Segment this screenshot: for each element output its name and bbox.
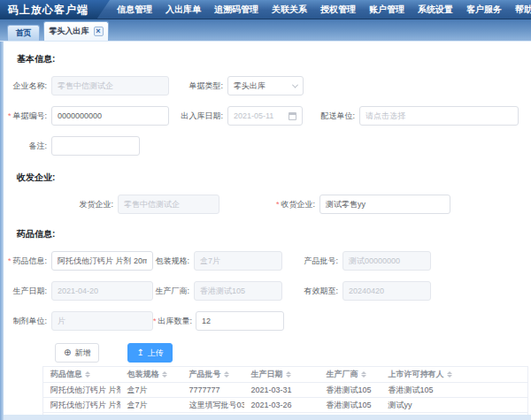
- header-pack-spec[interactable]: 包装规格: [120, 367, 182, 383]
- add-button[interactable]: ⊕ 新增: [55, 343, 99, 363]
- sort-icon: [224, 371, 229, 378]
- table-cell: 香港测试105: [319, 413, 381, 416]
- table-cell: 香港测试105: [381, 413, 528, 416]
- upload-button[interactable]: ↥ 上传: [127, 343, 172, 363]
- nav-item-customer-service[interactable]: 客户服务: [466, 0, 502, 19]
- remark-input[interactable]: [51, 136, 140, 156]
- batch-no-input: [342, 251, 431, 271]
- table-cell: 测试00000000: [182, 413, 244, 416]
- inout-date-picker[interactable]: 2021-05-11: [227, 106, 303, 126]
- header-drug-info[interactable]: 药品信息: [43, 367, 120, 383]
- table-cell: 阿托伐他汀钙片 片剂 20mg: [43, 398, 120, 413]
- table-cell: 2021-04-20: [244, 413, 319, 416]
- upload-icon: ↥: [136, 348, 143, 357]
- table-cell: 盒7片: [120, 383, 182, 398]
- header-prod-date[interactable]: 生产日期: [244, 367, 319, 383]
- sort-icon: [286, 371, 291, 378]
- nav-item-auth-mgmt[interactable]: 授权管理: [320, 0, 356, 19]
- section-title-basic: 基本信息:: [4, 42, 531, 65]
- prod-date-input: [51, 281, 153, 301]
- header-manufacturer[interactable]: 生产厂商: [319, 367, 381, 383]
- table-cell: 这里填写批号0326001: [182, 398, 244, 413]
- table-row[interactable]: 阿托伐他汀钙片 片剂 20mg 盒7片 这里填写批号0326001 2021-0…: [43, 398, 528, 413]
- table-header-row: 药品信息 包装规格 产品批号 生产日期 生产厂商 上市许可持有人: [43, 367, 528, 383]
- form-row: 备注:: [4, 136, 531, 156]
- table-cell: 香港测试105: [381, 383, 528, 398]
- header-license-holder[interactable]: 上市许可持有人: [381, 367, 528, 383]
- table-cell: 阿托伐他汀钙片 片剂 20mg: [43, 383, 120, 398]
- out-qty-input[interactable]: [196, 311, 284, 331]
- nav-item-relations[interactable]: 关联关系: [272, 0, 307, 19]
- receiver-label: *收货企业:: [270, 195, 319, 214]
- tab-home[interactable]: 首页: [7, 25, 40, 41]
- tab-fractional-inout[interactable]: 零头入出库 ×: [43, 21, 109, 41]
- chevron-down-icon: [292, 81, 298, 88]
- sender-input: [118, 195, 219, 214]
- sort-icon: [447, 371, 452, 378]
- expiry-input: [342, 281, 431, 301]
- tab-label: 零头入出库: [50, 26, 89, 37]
- sender-label: 发货企业:: [70, 195, 118, 214]
- table-cell: 7777777: [182, 383, 244, 398]
- sort-icon: [361, 371, 366, 378]
- expiry-label: 有效期至:: [302, 281, 342, 301]
- form-row: 生产日期: 生产厂商: 有效期至:: [4, 281, 531, 301]
- manufacturer-label: 生产厂商:: [153, 281, 194, 301]
- table-cell: 测试yy: [381, 398, 528, 413]
- delivery-unit-label: 配送单位:: [303, 106, 359, 126]
- pack-spec-label: 包装规格:: [153, 251, 194, 271]
- doc-type-label: 单据类型:: [176, 76, 227, 95]
- table-row[interactable]: 阿托伐他汀钙片 片剂 20mg 盒7片 7777777 2021-03-31 香…: [43, 383, 528, 398]
- table-cell: 阿托伐他汀钙片 片剂 20mg: [43, 413, 120, 416]
- nav-item-trace-code-mgmt[interactable]: 追溯码管理: [214, 0, 258, 19]
- delivery-unit-input[interactable]: [359, 106, 519, 126]
- drug-info-input[interactable]: [51, 251, 153, 271]
- table-cell: 盒7片: [120, 413, 182, 416]
- sort-icon: [162, 371, 167, 378]
- company-name-input: [51, 76, 169, 95]
- nav-menu: 信息管理 入出库单 追溯码管理 关联关系 授权管理 账户管理 系统设置 客户服务…: [117, 0, 531, 19]
- app-window: 码上放心客户端 信息管理 入出库单 追溯码管理 关联关系 授权管理 账户管理 系…: [0, 0, 531, 420]
- section-title-drug: 药品信息:: [4, 214, 531, 241]
- tab-bar: 首页 零头入出库 ×: [0, 19, 531, 41]
- company-name-label: 企业名称:: [4, 76, 51, 95]
- section-title-partners: 收发企业:: [4, 156, 531, 184]
- table-cell: 盒7片: [120, 398, 182, 413]
- nav-item-help-center[interactable]: 帮助中心: [515, 0, 531, 19]
- receiver-input[interactable]: [319, 195, 450, 214]
- out-qty-label: *出库数量:: [153, 311, 196, 331]
- top-navbar: 码上放心客户端 信息管理 入出库单 追溯码管理 关联关系 授权管理 账户管理 系…: [0, 0, 531, 19]
- prod-date-label: 生产日期:: [4, 281, 51, 301]
- form-row: *药品信息: 包装规格: 产品批号:: [4, 251, 531, 271]
- dose-unit-label: 制剂单位:: [4, 311, 51, 331]
- drug-table: 药品信息 包装规格 产品批号 生产日期 生产厂商 上市许可持有人 阿托伐他汀钙片…: [42, 366, 528, 415]
- brand-logo: 码上放心客户端: [0, 0, 110, 19]
- action-buttons: ⊕ 新增 ↥ 上传: [55, 343, 531, 363]
- nav-item-info-mgmt[interactable]: 信息管理: [117, 0, 152, 19]
- required-mark: *: [8, 111, 12, 120]
- drug-info-label: *药品信息:: [4, 251, 51, 271]
- nav-item-inout-orders[interactable]: 入出库单: [165, 0, 201, 19]
- dose-unit-input: [51, 311, 153, 331]
- table-cell: 香港测试105: [319, 398, 381, 413]
- required-mark: *: [8, 256, 12, 265]
- plus-circle-icon: ⊕: [64, 348, 71, 357]
- table-cell: 2021-03-31: [244, 383, 319, 398]
- header-batch-no[interactable]: 产品批号: [182, 367, 244, 383]
- table-cell: 2021-03-26: [244, 398, 319, 413]
- sort-icon: [85, 371, 90, 378]
- form-row: 企业名称: 单据类型: 零头出库: [4, 76, 531, 95]
- nav-item-account-mgmt[interactable]: 账户管理: [369, 0, 404, 19]
- close-icon[interactable]: ×: [94, 27, 104, 36]
- calendar-icon: [289, 112, 296, 120]
- batch-no-label: 产品批号:: [302, 251, 342, 271]
- doc-type-value: 零头出库: [234, 77, 266, 95]
- inout-date-label: 出入库日期:: [176, 106, 227, 126]
- table-row[interactable]: 阿托伐他汀钙片 片剂 20mg 盒7片 测试00000000 2021-04-2…: [43, 413, 528, 416]
- doc-type-select[interactable]: 零头出库: [227, 76, 304, 95]
- doc-no-input[interactable]: [51, 106, 169, 126]
- nav-item-system-settings[interactable]: 系统设置: [418, 0, 453, 19]
- remark-label: 备注:: [4, 136, 51, 156]
- form-panel: 基本信息: 企业名称: 单据类型: 零头出库 *单据编号: 出入库日期: 202…: [4, 42, 531, 415]
- form-row: 制剂单位: *出库数量:: [4, 311, 531, 331]
